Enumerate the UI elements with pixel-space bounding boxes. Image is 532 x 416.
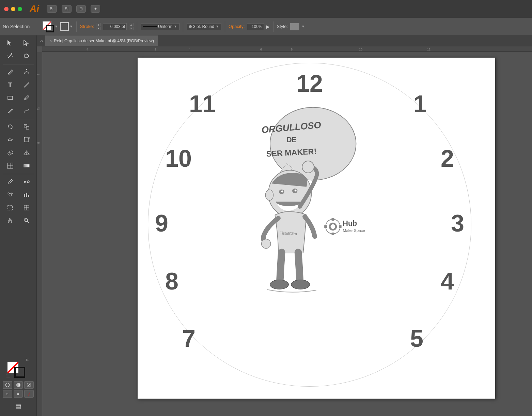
type-tool[interactable]: T xyxy=(2,79,18,91)
style-swatch[interactable] xyxy=(290,23,299,30)
round-arrow[interactable]: ▼ xyxy=(216,25,219,28)
tab-collapse-btn[interactable]: ‹‹ xyxy=(38,35,45,46)
fill-stroke-indicator[interactable]: ▼ xyxy=(42,21,58,32)
opacity-input[interactable] xyxy=(247,23,264,30)
stroke-color-swatch[interactable] xyxy=(14,367,25,378)
document-tab[interactable]: × Reloj Orgulloso de ser Maker.ai @ 45% … xyxy=(45,35,158,46)
color-area: ⇄ ⬛ xyxy=(1,355,36,415)
clock-face: 12 1 2 3 4 5 6 7 8 xyxy=(148,63,471,387)
slice-tool[interactable] xyxy=(19,202,34,214)
ruler-vertical: 4 ½ 8 xyxy=(37,52,42,416)
pencil-tool[interactable] xyxy=(2,105,18,117)
select-tool[interactable] xyxy=(2,37,18,49)
stroke-arrow[interactable]: ▼ xyxy=(69,25,73,28)
opacity-more-btn[interactable]: ▶ xyxy=(266,24,270,29)
stroke-label: Stroke: xyxy=(80,24,94,29)
default-colors-btn[interactable]: ⬛ xyxy=(6,374,10,378)
svg-point-73 xyxy=(262,239,271,248)
artboard-tool[interactable] xyxy=(2,202,18,214)
tool-row-eyedrop xyxy=(1,176,36,188)
line-tool[interactable] xyxy=(19,79,34,91)
tool-row-shapebuilder xyxy=(1,147,36,159)
hand-tool[interactable] xyxy=(2,214,18,227)
lasso-tool[interactable] xyxy=(19,50,34,62)
svg-marker-0 xyxy=(7,40,12,46)
color-mode-btn[interactable] xyxy=(3,381,12,389)
svg-marker-12 xyxy=(8,126,9,128)
free-transform-tool[interactable] xyxy=(19,134,34,146)
mesh-tool[interactable] xyxy=(2,160,18,172)
stroke-spinners[interactable]: ▲ ▼ xyxy=(96,23,101,30)
tool-row-artboard xyxy=(1,202,36,214)
blend-tool[interactable] xyxy=(19,176,34,188)
layers-btn[interactable] xyxy=(10,400,27,413)
tool-row-select xyxy=(1,37,36,49)
smooth-tool[interactable] xyxy=(19,105,34,117)
isolate-mode-btn[interactable]: ╱ xyxy=(24,390,34,398)
rect-tool[interactable] xyxy=(2,92,18,104)
shape-builder-tool[interactable] xyxy=(2,147,18,159)
maximize-window-btn[interactable] xyxy=(18,7,22,11)
fill-swatch[interactable] xyxy=(42,21,54,32)
minimize-window-btn[interactable] xyxy=(11,7,15,11)
style-label: Style: xyxy=(277,24,288,29)
selection-indicator: No Selection xyxy=(3,24,40,29)
stroke-input[interactable]: 0.003 pt xyxy=(103,23,127,30)
stroke-style-box[interactable]: ▼ xyxy=(60,22,73,31)
gradient-mode-btn[interactable] xyxy=(14,381,23,389)
app-icon: Ai xyxy=(30,3,39,14)
svg-line-40 xyxy=(27,221,29,223)
tool-sep-1 xyxy=(3,64,34,64)
stroke-indicator[interactable] xyxy=(60,22,69,31)
workspace-btn[interactable]: ⊞ xyxy=(76,5,86,13)
column-graph-tool[interactable] xyxy=(19,189,34,201)
sync-btn[interactable]: ✈ xyxy=(91,5,100,13)
behind-mode-btn[interactable]: ◼ xyxy=(14,390,23,398)
line-style-dropdown[interactable]: Uniform ▼ xyxy=(141,23,179,30)
gradient-tool[interactable] xyxy=(19,160,34,172)
close-window-btn[interactable] xyxy=(4,7,9,11)
curvature-tool[interactable] xyxy=(19,66,34,78)
svg-line-15 xyxy=(24,124,26,127)
normal-mode-btn[interactable]: ◻ xyxy=(3,390,12,398)
pen-tool[interactable] xyxy=(2,66,18,78)
paintbrush-tool[interactable] xyxy=(19,92,34,104)
svg-line-2 xyxy=(8,54,12,58)
stroke-down[interactable]: ▼ xyxy=(96,27,101,30)
bottom-icons-row: ◻ ◼ ╱ xyxy=(3,390,34,398)
tool-row-type: T xyxy=(1,79,36,91)
separator-3 xyxy=(183,21,183,32)
svg-point-75 xyxy=(291,280,310,289)
style-arrow[interactable]: ▼ xyxy=(301,25,305,28)
tool-row-pencil xyxy=(1,105,36,117)
symbol-tool[interactable] xyxy=(2,189,18,201)
mode-row xyxy=(3,381,34,389)
bridge-btn[interactable]: Br xyxy=(47,5,57,13)
magic-wand-tool[interactable] xyxy=(2,50,18,62)
fill-stroke-arrow[interactable]: ▼ xyxy=(54,25,58,28)
svg-text:6: 6 xyxy=(260,48,262,51)
stroke-down-2[interactable]: ▼ xyxy=(129,27,134,30)
swap-colors-btn[interactable]: ⇄ xyxy=(26,357,29,362)
stroke-up[interactable]: ▲ xyxy=(96,23,101,26)
rotate-tool[interactable] xyxy=(2,121,18,133)
svg-rect-26 xyxy=(24,164,29,167)
svg-text:DE: DE xyxy=(286,136,297,144)
tab-close-btn[interactable]: × xyxy=(49,39,52,43)
svg-text:10: 10 xyxy=(359,48,362,51)
round-style-dropdown[interactable]: 3 pt. Round ▼ xyxy=(187,23,221,30)
eyedropper-tool[interactable] xyxy=(2,176,18,188)
stroke-up-2[interactable]: ▲ xyxy=(129,23,134,26)
zoom-tool[interactable] xyxy=(19,214,34,227)
no-paint-btn[interactable] xyxy=(24,381,34,389)
perspective-tool[interactable] xyxy=(19,147,34,159)
direct-select-tool[interactable] xyxy=(19,37,34,49)
line-style-arrow[interactable]: ▼ xyxy=(174,25,177,28)
svg-point-29 xyxy=(9,193,12,196)
tab-bar: ‹‹ × Reloj Orgulloso de ser Maker.ai @ 4… xyxy=(37,35,532,46)
stock-btn[interactable]: St xyxy=(62,5,72,13)
warp-tool[interactable] xyxy=(2,134,18,146)
scale-tool[interactable] xyxy=(19,121,34,133)
stroke-spinners-2[interactable]: ▲ ▼ xyxy=(129,23,134,30)
svg-text:2: 2 xyxy=(155,48,156,51)
